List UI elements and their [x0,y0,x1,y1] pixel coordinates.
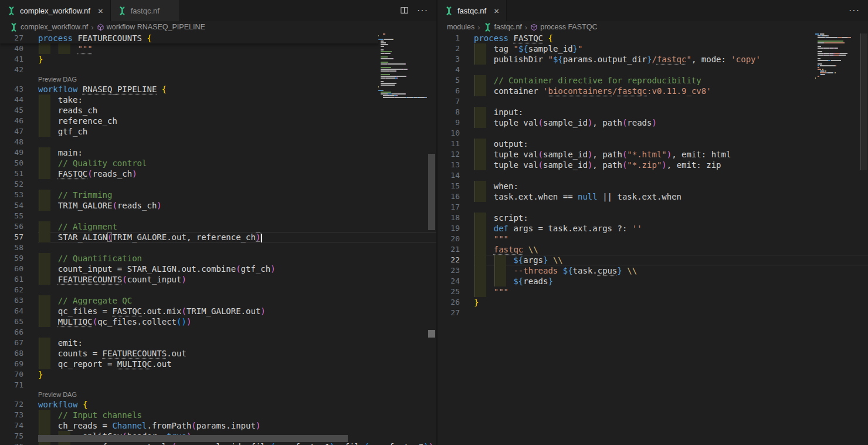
breadcrumb-item[interactable]: fastqc.nf [483,23,522,32]
code-line-72[interactable]: 72workflow { [0,399,436,410]
codelens-preview-dag[interactable]: Preview DAG [0,390,436,399]
horizontal-scrollbar-left[interactable] [38,435,348,442]
code-line-8[interactable]: 8 input: [438,107,868,117]
code-line-63[interactable]: 63 // Aggregate QC [0,295,436,306]
code-line-26[interactable]: 26} [438,297,868,308]
code-line-18[interactable]: 18 script: [438,213,868,223]
code-line-67[interactable]: 67 emit: [0,338,436,348]
code-line-46[interactable]: 46 reference_ch [0,116,436,126]
code-line-47[interactable]: 47 gtf_ch [0,126,436,137]
vertical-scrollbar-left[interactable] [428,33,436,445]
line-content [38,137,436,147]
code-line-54[interactable]: 54 TRIM_GALORE(reads_ch) [0,200,436,211]
editor-group-left: complex_workflow.nf×fastqc.nf× ··· compl… [0,0,436,445]
more-actions-icon[interactable]: ··· [849,9,860,12]
code-line-64[interactable]: 64 qc_files = FASTQC.out.mix(TRIM_GALORE… [0,306,436,316]
code-line-52[interactable]: 52 [0,179,436,190]
code-line-25[interactable]: 25 """ [438,286,868,297]
close-icon[interactable]: × [98,6,103,15]
codelens-preview-dag[interactable]: Preview DAG [0,75,436,84]
code-line-65[interactable]: 65 MULTIQC(qc_files.collect()) [0,316,436,327]
more-actions-icon[interactable]: ··· [417,9,428,12]
code-line-62[interactable]: 62 [0,285,436,295]
minimap-right[interactable] [815,33,853,81]
code-line-49[interactable]: 49 main: [0,147,436,158]
code-line-51[interactable]: 51 FASTQC(reads_ch) [0,168,436,179]
tab-fastqc.nf[interactable]: fastqc.nf× [438,0,507,21]
code-line-42[interactable]: 42 [0,65,436,75]
line-number: 72 [0,399,38,410]
code-line-74[interactable]: 74 ch_reads = Channel.fromPath(params.in… [0,420,436,431]
code-line-16[interactable]: 16 task.ext.when == null || task.ext.whe… [438,191,868,202]
scrollbar-handle[interactable] [428,330,435,338]
code-line-71[interactable]: 71 [0,380,436,390]
code-line-19[interactable]: 19 def args = task.ext.args ?: '' [438,223,868,234]
code-line-4[interactable]: 4 [438,65,868,75]
breadcrumb-item[interactable]: modules [447,23,474,31]
code-line-27[interactable]: 27 [438,308,868,318]
code-line-7[interactable]: 7 [438,96,868,107]
breadcrumb-item[interactable]: complex_workflow.nf [9,23,88,32]
code-line-57[interactable]: 57 STAR_ALIGN(TRIM_GALORE.out, reference… [0,232,436,242]
code-line-11[interactable]: 11 output: [438,139,868,149]
code-line-44[interactable]: 44 take: [0,95,436,105]
split-editor-icon[interactable] [400,6,409,15]
code-line-45[interactable]: 45 reads_ch [0,105,436,116]
code-line-60[interactable]: 60 count_input = STAR_ALIGN.out.combine(… [0,264,436,274]
code-line-24[interactable]: 24 ${reads} [438,276,868,286]
code-line-13[interactable]: 13 tuple val(sample_id), path("*.zip"), … [438,160,868,170]
code-line-9[interactable]: 9 tuple val(sample_id), path(reads) [438,117,868,128]
code-line-50[interactable]: 50 // Quality control [0,158,436,168]
code-line-12[interactable]: 12 tuple val(sample_id), path("*.html"),… [438,149,868,160]
breadcrumb-label: process FASTQC [540,23,597,31]
tab-fastqc.nf[interactable]: fastqc.nf× [111,0,180,21]
code-line-70[interactable]: 70} [0,369,436,380]
code-line-14[interactable]: 14 [438,170,868,181]
code-line-61[interactable]: 61 FEATURECOUNTS(count_input) [0,274,436,285]
code-line-68[interactable]: 68 counts = FEATURECOUNTS.out [0,348,436,359]
code-line-58[interactable]: 58 [0,242,436,253]
line-number: 61 [0,274,38,285]
code-line-41[interactable]: 41} [0,54,436,65]
code-line-48[interactable]: 48 [0,137,436,147]
line-content: STAR_ALIGN(TRIM_GALORE.out, reference_ch… [38,232,436,242]
code-line-55[interactable]: 55 [0,211,436,221]
vertical-scrollbar-right[interactable] [860,33,868,445]
code-line-10[interactable]: 10 [438,128,868,139]
code-line-6[interactable]: 6 container 'biocontainers/fastqc:v0.11.… [438,86,868,96]
nextflow-icon [9,23,18,32]
minimap-line [815,69,853,70]
code-line-56[interactable]: 56 // Alignment [0,221,436,232]
code-line-69[interactable]: 69 qc_report = MULTIQC.out [0,359,436,369]
code-line-2[interactable]: 2 tag "${sample_id}" [438,43,868,54]
code-line-43[interactable]: 43workflow RNASEQ_PIPELINE { [0,84,436,95]
code-line-59[interactable]: 59 // Quantification [0,253,436,264]
code-line-53[interactable]: 53 // Trimming [0,190,436,200]
code-editor-left[interactable]: 40 """41}42Preview DAG43workflow RNASEQ_… [0,33,436,445]
close-icon[interactable]: × [494,6,499,15]
minimap-left[interactable] [378,33,427,99]
breadcrumb-item[interactable]: workflow RNASEQ_PIPELINE [97,23,205,31]
sticky-scroll-line[interactable]: 27process FEATURECOUNTS { [0,33,378,43]
code-line-73[interactable]: 73 // Input channels [0,410,436,420]
line-content [38,242,436,253]
code-line-23[interactable]: 23 --threads ${task.cpus} \\ [438,265,868,276]
breadcrumb-item[interactable]: process FASTQC [530,23,597,31]
code-line-5[interactable]: 5 // Container directive for reproducibi… [438,75,868,86]
code-line-17[interactable]: 17 [438,202,868,213]
scrollbar-thumb[interactable] [860,33,867,170]
code-line-3[interactable]: 3 publishDir "${params.output_dir}/fastq… [438,54,868,65]
scrollbar-thumb[interactable] [428,154,435,230]
code-editor-right[interactable]: 1process FASTQC {2 tag "${sample_id}"3 p… [438,33,868,445]
tab-complex_workflow.nf[interactable]: complex_workflow.nf× [0,0,111,21]
line-number: 70 [0,369,38,380]
minimap-line [378,95,427,96]
code-line-21[interactable]: 21 fastqc \\ [438,244,868,255]
code-line-22[interactable]: 22 ${args} \\ [438,255,868,265]
code-line-66[interactable]: 66 [0,327,436,338]
code-line-20[interactable]: 20 """ [438,234,868,244]
minimap-line [378,58,427,59]
code-line-1[interactable]: 1process FASTQC { [438,33,868,43]
code-line-15[interactable]: 15 when: [438,181,868,191]
code-line-40[interactable]: 40 """ [0,43,436,54]
